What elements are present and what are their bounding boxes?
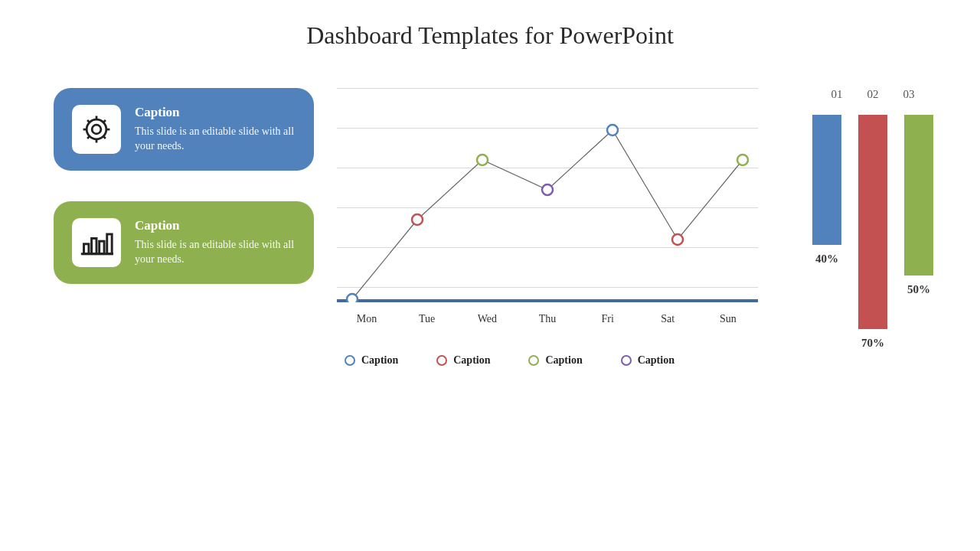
cards-column: Caption This slide is an editable slide … xyxy=(54,88,314,367)
svg-rect-2 xyxy=(84,244,89,254)
chart-legend: CaptionCaptionCaptionCaption xyxy=(337,354,758,367)
bar-labels: 010203 xyxy=(796,88,949,101)
x-label: Mon xyxy=(337,313,397,325)
legend-marker xyxy=(345,355,355,366)
page-title: Dashboard Templates for PowerPoint xyxy=(0,0,980,50)
bar-group: 50% xyxy=(904,115,933,296)
data-point xyxy=(607,125,618,135)
bar-group: 40% xyxy=(812,115,841,266)
bar-index-label: 03 xyxy=(903,88,915,101)
x-label: Wed xyxy=(457,313,517,325)
card-desc: This slide is an editable slide with all… xyxy=(135,125,296,154)
line-chart: MonTueWedThuFriSatSun CaptionCaptionCapt… xyxy=(337,88,758,367)
card-text: Caption This slide is an editable slide … xyxy=(135,218,296,267)
card-settings: Caption This slide is an editable slide … xyxy=(54,88,314,171)
bar-pct-label: 40% xyxy=(815,253,838,266)
content-row: Caption This slide is an editable slide … xyxy=(0,50,980,367)
bar-pct-label: 50% xyxy=(907,283,930,296)
bars-panel: 010203 40%70%50% xyxy=(781,88,949,367)
data-point xyxy=(737,155,748,165)
card-title: Caption xyxy=(135,218,296,233)
gear-icon xyxy=(72,105,121,154)
legend-marker xyxy=(528,355,539,366)
data-point xyxy=(412,214,423,225)
legend-item: Caption xyxy=(528,354,582,367)
bar-pct-label: 70% xyxy=(861,337,884,350)
x-label: Thu xyxy=(518,313,577,325)
data-point xyxy=(477,155,488,165)
data-point xyxy=(672,234,683,245)
x-label: Sat xyxy=(638,313,697,325)
x-label: Fri xyxy=(578,313,638,325)
svg-rect-3 xyxy=(92,239,96,254)
card-text: Caption This slide is an editable slide … xyxy=(135,105,296,154)
svg-rect-5 xyxy=(107,234,112,254)
chart-plot xyxy=(337,88,758,302)
legend-item: Caption xyxy=(345,354,398,367)
card-stats: Caption This slide is an editable slide … xyxy=(54,201,314,284)
bars: 40%70%50% xyxy=(796,115,949,360)
data-point xyxy=(347,294,358,302)
svg-point-1 xyxy=(87,119,106,139)
svg-point-0 xyxy=(92,125,101,134)
card-title: Caption xyxy=(135,105,296,120)
legend-label: Caption xyxy=(453,354,490,367)
bar-chart-icon xyxy=(72,218,121,267)
bar xyxy=(858,115,887,329)
svg-rect-4 xyxy=(100,241,104,254)
legend-item: Caption xyxy=(436,354,490,367)
legend-item: Caption xyxy=(621,354,675,367)
data-point xyxy=(542,184,553,195)
legend-label: Caption xyxy=(545,354,582,367)
bar xyxy=(904,115,933,276)
bar-index-label: 02 xyxy=(867,88,879,101)
legend-label: Caption xyxy=(638,354,675,367)
bar xyxy=(812,115,841,245)
x-label: Tue xyxy=(397,313,457,325)
chart-svg xyxy=(337,88,758,302)
legend-label: Caption xyxy=(361,354,398,367)
x-axis-labels: MonTueWedThuFriSatSun xyxy=(337,313,758,325)
legend-marker xyxy=(436,355,447,366)
x-label: Sun xyxy=(698,313,758,325)
legend-marker xyxy=(621,355,632,366)
bar-group: 70% xyxy=(858,115,887,350)
card-desc: This slide is an editable slide with all… xyxy=(135,238,296,267)
bar-index-label: 01 xyxy=(831,88,843,101)
